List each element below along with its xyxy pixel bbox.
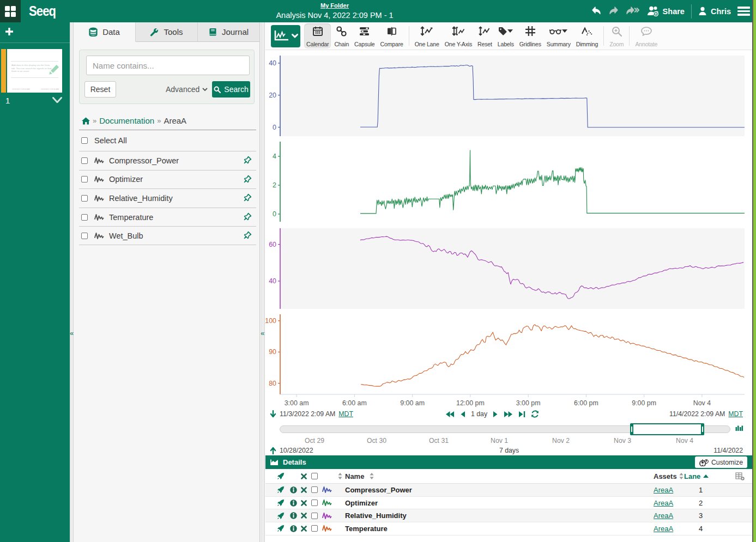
checkbox-box[interactable] [311, 473, 318, 479]
signal-checkbox[interactable] [81, 233, 88, 239]
rocket-icon[interactable] [277, 525, 285, 532]
rocket-icon[interactable] [277, 486, 285, 494]
info-icon[interactable] [290, 512, 297, 519]
toolbar-annotate-button[interactable]: Annotate [633, 23, 660, 48]
hamburger-menu-button[interactable] [737, 5, 750, 17]
remove-all-icon[interactable] [301, 473, 307, 479]
advanced-toggle[interactable]: Advanced [166, 85, 208, 94]
redo-button[interactable] [608, 7, 619, 16]
toolbar-dimming-button[interactable]: Dimming [574, 23, 600, 48]
toolbar-gridlines-button[interactable]: Gridlines [517, 23, 543, 48]
lane-sort-caret-icon[interactable] [703, 474, 709, 478]
home-icon[interactable] [82, 117, 90, 125]
timeline-selection[interactable] [630, 423, 704, 435]
asset-link[interactable]: AreaA [654, 511, 673, 520]
worksheet-thumbnail[interactable]: Add data to this display via the Data ta… [7, 49, 62, 93]
sidebar-collapse-gutter[interactable]: « [70, 22, 74, 542]
asset-link-text[interactable]: AreaA [654, 499, 673, 507]
range-end-timezone[interactable]: MDT [728, 410, 743, 418]
rocket-column-icon[interactable] [277, 472, 285, 480]
toolbar-one-lane-button[interactable]: One Lane [413, 23, 441, 48]
signal-item-relative_humidity[interactable]: Relative_Humidity [79, 188, 256, 208]
asset-link-text[interactable]: AreaA [654, 525, 673, 533]
investigate-end[interactable]: 11/4/2022 [713, 447, 743, 454]
tab-data[interactable]: Data [74, 22, 136, 42]
select-all-checkbox[interactable] [81, 137, 88, 144]
series-temperature[interactable] [361, 325, 744, 386]
row-checkbox[interactable] [311, 525, 318, 532]
signal-item-wet_bulb[interactable]: Wet_Bulb [79, 226, 256, 245]
checkbox-box[interactable] [311, 500, 318, 506]
asset-link-text[interactable]: AreaA [654, 486, 673, 494]
worksheet-chevron-down-icon[interactable] [52, 97, 62, 103]
tab-tools[interactable]: Tools [136, 22, 198, 42]
pin-icon[interactable] [244, 175, 252, 183]
toolbar-chain-button[interactable]: Chain [332, 23, 351, 48]
pin-icon[interactable] [244, 156, 252, 164]
asset-link[interactable]: AreaA [654, 486, 673, 494]
select-all-rows-checkbox[interactable] [311, 473, 318, 479]
toolbar-reset-button[interactable]: Reset [475, 23, 494, 48]
step-back-full-button[interactable] [445, 411, 455, 418]
remove-icon[interactable] [301, 500, 307, 506]
toolbar-calendar-button[interactable]: Calendar [304, 23, 331, 48]
range-duration[interactable]: 1 day [471, 410, 487, 418]
row-checkbox[interactable] [311, 513, 318, 519]
step-to-now-button[interactable] [518, 411, 525, 418]
trend-chart-svg[interactable]: 02040024406080901003:00 am6:00 am9:00 am… [265, 50, 753, 431]
signal-item-compressor_power[interactable]: Compressor_Power [79, 151, 256, 170]
toolbar-summary-button[interactable]: Summary [545, 23, 573, 48]
details-row-compressor_power[interactable]: Compressor_PowerAreaA1 [265, 484, 753, 497]
rocket-icon[interactable] [277, 512, 285, 520]
user-menu-button[interactable]: Chris [698, 7, 731, 16]
folder-breadcrumb-link[interactable]: My Folder [320, 2, 349, 9]
undo-button[interactable] [591, 7, 602, 16]
asset-link-text[interactable]: AreaA [654, 511, 673, 520]
redo-all-button[interactable] [626, 7, 639, 16]
pin-icon[interactable] [244, 212, 252, 221]
asset-link[interactable]: AreaA [654, 525, 673, 533]
customize-button[interactable]: Customize [695, 456, 747, 468]
lane-column-header[interactable]: Lane [684, 472, 700, 480]
details-row-temperature[interactable]: TemperatureAreaA4 [265, 522, 753, 535]
signal-checkbox[interactable] [81, 214, 88, 221]
toolbar-capsule-button[interactable]: Capsule [352, 23, 377, 48]
step-forward-half-button[interactable] [493, 411, 498, 418]
checkbox-box[interactable] [311, 486, 318, 493]
info-icon[interactable] [290, 500, 297, 507]
assets-column-header[interactable]: Assets [654, 472, 677, 480]
remove-icon[interactable] [301, 513, 307, 519]
tab-journal[interactable]: Journal [198, 22, 259, 42]
pin-icon[interactable] [244, 231, 252, 239]
search-input[interactable] [86, 56, 250, 75]
app-grid-button[interactable] [0, 0, 21, 22]
signal-item-temperature[interactable]: Temperature [79, 208, 256, 227]
toolbar-labels-button[interactable]: Labels [495, 23, 516, 48]
range-end[interactable]: 11/4/2022 2:09 AM [669, 410, 725, 418]
checkbox-box[interactable] [311, 513, 318, 519]
search-button[interactable]: Search [212, 81, 250, 98]
share-button[interactable]: Share [646, 6, 685, 16]
row-checkbox[interactable] [311, 500, 318, 506]
info-icon[interactable] [290, 486, 297, 494]
pin-icon[interactable] [244, 193, 252, 202]
signal-checkbox[interactable] [81, 157, 88, 164]
signal-checkbox[interactable] [81, 176, 88, 182]
sort-arrows-icon[interactable] [679, 473, 684, 479]
name-sort-icon-2[interactable] [368, 473, 376, 479]
refresh-icon[interactable] [531, 410, 539, 418]
arrow-down-icon[interactable] [270, 410, 276, 418]
step-back-half-button[interactable] [460, 411, 465, 418]
step-forward-full-button[interactable] [504, 411, 513, 418]
analysis-title[interactable]: Analysis Nov 4, 2022 2:09 PM - 1 [226, 11, 444, 20]
series-optimizer[interactable] [360, 150, 745, 214]
details-row-relative_humidity[interactable]: Relative_HumidityAreaA3 [265, 509, 753, 522]
signal-item-optimizer[interactable]: Optimizer [79, 170, 256, 189]
range-start-timezone[interactable]: MDT [338, 410, 353, 418]
checkbox-box[interactable] [311, 525, 318, 532]
timeline-chart-toggle[interactable] [735, 425, 743, 433]
collapse-chevrons-icon[interactable]: « [261, 327, 265, 339]
range-start[interactable]: 11/3/2022 2:09 AM [280, 410, 335, 418]
new-worksheet-button[interactable] [4, 27, 16, 39]
remove-icon[interactable] [301, 526, 307, 532]
